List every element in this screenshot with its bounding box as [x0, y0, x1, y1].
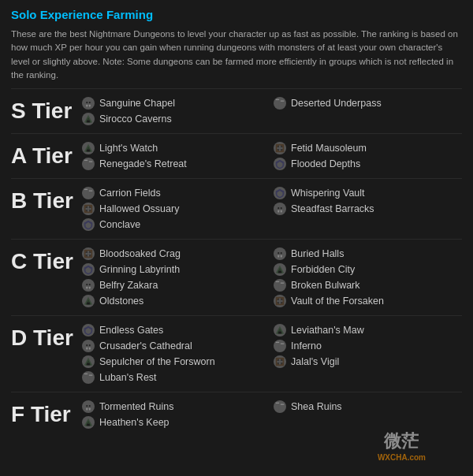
dungeon-icon [82, 142, 95, 154]
svg-rect-64 [278, 271, 281, 273]
dungeon-col-right: Fetid MausoleumFlooded Depths [274, 142, 462, 170]
dungeon-name: Carrion Fields [99, 188, 161, 199]
svg-rect-90 [278, 332, 281, 334]
dungeon-icon [82, 263, 95, 276]
tier-row-atier: A TierLight's WatchRenegade's RetreatFet… [11, 133, 462, 178]
dungeon-item: Sirocco Caverns [82, 113, 270, 125]
svg-rect-10 [276, 99, 279, 100]
dungeon-item: Sepulcher of the Forsworn [82, 355, 270, 368]
dungeon-name: Forbidden City [291, 264, 355, 275]
svg-point-60 [277, 252, 279, 254]
page-description: These are the best Nightmare Dungeons to… [11, 28, 462, 82]
dungeon-icon [274, 355, 286, 368]
svg-point-57 [277, 250, 284, 257]
svg-point-41 [281, 207, 282, 209]
dungeon-name: Buried Halls [291, 248, 344, 259]
dungeon-col-right: Deserted Underpass [274, 97, 462, 125]
tier-row-ctier: C TierBloodsoaked CragGrinning Labyrinth… [11, 239, 462, 315]
svg-rect-26 [85, 189, 88, 198]
dungeon-col-right: Shea Ruins [274, 400, 462, 429]
dungeon-col-right: Leviathan's MawInfernoJalal's Vigil [274, 324, 462, 384]
dungeon-item: Buried Halls [274, 247, 462, 260]
dungeon-name: Sirocco Caverns [99, 113, 172, 125]
dungeon-col-left: Bloodsoaked CragGrinning LabyrinthBelfry… [82, 247, 270, 307]
tier-row-dtier: D TierEndless GatesCrusader's CathedralS… [11, 315, 462, 392]
dungeon-icon [274, 295, 286, 307]
watermark-sub: WXCHA.com [378, 453, 426, 462]
svg-point-61 [281, 252, 282, 254]
dungeon-name: Tormented Ruins [99, 401, 174, 412]
dungeon-name: Light's Watch [99, 143, 158, 154]
svg-point-53 [89, 284, 91, 285]
dungeon-name: Luban's Rest [99, 372, 157, 383]
svg-point-37 [277, 205, 284, 212]
dungeon-item: Jalal's Vigil [274, 355, 462, 368]
dungeon-item: Deserted Underpass [274, 97, 462, 110]
dungeon-name: Inferno [291, 340, 322, 351]
dungeon-item: Inferno [274, 340, 462, 352]
svg-rect-1 [86, 105, 88, 107]
dungeon-icon [274, 263, 286, 276]
svg-rect-56 [87, 303, 90, 305]
dungeon-name: Conclave [99, 219, 140, 230]
dungeon-icon [82, 416, 95, 429]
dungeon-icon [274, 324, 286, 337]
dungeon-name: Jalal's Vigil [291, 356, 339, 367]
svg-point-79 [86, 344, 88, 346]
dungeon-col-left: Sanguine ChapelSirocco Caverns [82, 97, 270, 125]
dungeon-item: Shea Ruins [274, 400, 462, 413]
tier-label: S Tier [11, 97, 82, 124]
svg-point-71 [278, 299, 281, 303]
dungeon-col-left: Endless GatesCrusader's CathedralSepulch… [82, 324, 270, 384]
svg-rect-86 [84, 374, 88, 374]
svg-rect-78 [89, 348, 91, 350]
dungeon-name: Crusader's Cathedral [99, 340, 192, 351]
dungeon-name: Flooded Depths [291, 158, 360, 169]
dungeon-name: Sanguine Chapel [99, 98, 175, 109]
dungeon-name: Bloodsoaked Crag [99, 248, 181, 259]
svg-point-76 [85, 342, 92, 349]
svg-rect-7 [87, 121, 90, 123]
dungeon-icon [274, 340, 286, 352]
svg-rect-83 [87, 363, 90, 366]
svg-rect-8 [277, 99, 279, 108]
dungeon-name: Whispering Vault [291, 188, 365, 199]
dungeon-icon [82, 203, 95, 215]
svg-rect-29 [89, 191, 92, 192]
dungeon-name: Oldstones [99, 296, 143, 307]
dungeon-item: Light's Watch [82, 142, 270, 154]
dungeon-icon [82, 340, 95, 352]
svg-rect-17 [84, 160, 88, 161]
dungeon-item: Belfry Zakara [82, 279, 270, 292]
dungeon-icon [82, 158, 95, 170]
svg-rect-110 [277, 403, 279, 411]
dungeon-icon [274, 279, 286, 292]
svg-rect-51 [89, 287, 91, 289]
dungeon-icon [274, 142, 286, 154]
svg-point-44 [87, 252, 90, 255]
dungeon-item: Renegade's Retreat [82, 158, 270, 170]
dungeon-name: Endless Gates [99, 325, 163, 336]
dungeon-icon [274, 187, 286, 199]
dungeon-icon [82, 247, 95, 260]
dungeon-icon [82, 355, 95, 368]
dungeon-col-left: Light's WatchRenegade's Retreat [82, 142, 270, 170]
dungeon-item: Conclave [82, 218, 270, 231]
dungeon-name: Fetid Mausoleum [291, 143, 367, 154]
svg-rect-112 [276, 403, 279, 403]
svg-rect-84 [85, 374, 88, 382]
dungeon-item: Luban's Rest [82, 371, 270, 384]
dungeon-item: Steadfast Barracks [274, 203, 462, 215]
dungeon-col-left: Tormented RuinsHeathen's Keep [82, 400, 270, 429]
dungeon-col-left: Carrion FieldsHallowed OssuaryConclave [82, 187, 270, 231]
dungeon-icon [82, 97, 95, 110]
dungeon-icon [82, 371, 95, 384]
tier-row-ftier: F TierTormented RuinsHeathen's KeepShea … [11, 392, 462, 437]
dungeon-item: Flooded Depths [274, 158, 462, 170]
svg-rect-50 [86, 287, 88, 289]
svg-point-21 [278, 147, 281, 150]
svg-rect-103 [86, 408, 88, 411]
dungeon-item: Leviathan's Maw [274, 324, 462, 337]
dungeon-item: Vault of the Forsaken [274, 295, 462, 307]
dungeon-icon [82, 187, 95, 199]
